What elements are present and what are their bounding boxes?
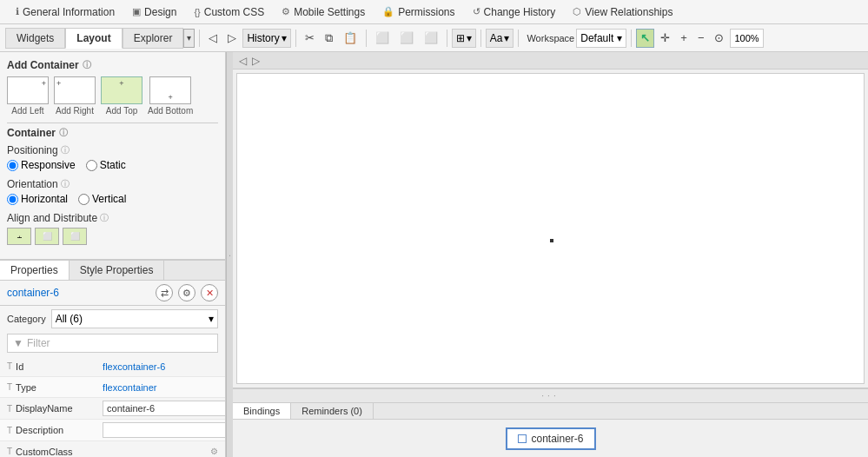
layout-chevron-icon: ▾ <box>467 32 472 44</box>
container-info-icon[interactable]: ⓘ <box>59 127 68 139</box>
sep-2 <box>295 30 296 47</box>
add-bottom-box[interactable]: + <box>149 76 191 104</box>
prop-input-displayname[interactable] <box>103 401 225 416</box>
layout-dropdown[interactable]: ⊞ ▾ <box>452 29 476 48</box>
add-left-btn[interactable]: + Add Left <box>7 76 49 116</box>
tab-widgets[interactable]: Widgets <box>5 28 65 49</box>
props-table: T Id flexcontainer-6 T Type flexcontaine… <box>0 356 225 457</box>
canvas-workspace[interactable] <box>236 73 865 384</box>
add-bottom-btn[interactable]: + Add Bottom <box>148 76 193 116</box>
positioning-info-icon[interactable]: ⓘ <box>61 144 70 156</box>
category-select[interactable]: All (6) ▾ <box>51 309 218 328</box>
filter-row: ▼ Filter <box>0 332 225 356</box>
explorer-dropdown-btn[interactable]: ▾ <box>183 29 195 48</box>
fit-btn[interactable]: ⊙ <box>710 29 728 48</box>
prop-name-displayname: DisplayName <box>16 403 103 414</box>
align-center-btn[interactable]: ⬜ <box>395 29 418 48</box>
prop-type-icon: T <box>7 447 12 456</box>
resize-dots-icon: ··· <box>541 391 559 401</box>
history-icon: ↺ <box>473 6 480 17</box>
lock-icon: 🔒 <box>382 6 394 17</box>
mobile-icon: ⚙ <box>282 6 290 17</box>
sep-4 <box>447 30 447 47</box>
add-top-box[interactable]: + <box>101 76 142 104</box>
vertical-radio[interactable]: Vertical <box>78 193 126 205</box>
relationship-icon: ⬡ <box>573 6 581 17</box>
responsive-radio[interactable]: Responsive <box>7 159 76 171</box>
main-layout: Add Container ⓘ + Add Left + Add Right <box>0 52 868 457</box>
bottom-content: container-6 <box>233 420 868 457</box>
zoom-out-btn[interactable]: − <box>693 29 709 48</box>
prop-name-id: Id <box>16 361 103 372</box>
add-top-btn[interactable]: + Add Top <box>101 76 142 116</box>
left-panel-top: Add Container ⓘ + Add Left + Add Right <box>0 52 225 259</box>
plus-icon: + <box>119 79 123 88</box>
nav-custom-css[interactable]: {} Custom CSS <box>185 6 273 18</box>
nav-change-history[interactable]: ↺ Change History <box>464 6 565 18</box>
pointer-tool-btn[interactable]: ↖ <box>636 29 654 48</box>
static-radio[interactable]: Static <box>86 159 126 171</box>
add-left-box[interactable]: + <box>7 76 49 104</box>
sep-1 <box>199 30 200 47</box>
filter-input[interactable]: ▼ Filter <box>7 334 218 353</box>
canvas-section: ◁ ▷ ··· Bindings Reminders (0) container… <box>233 52 868 457</box>
gear-btn[interactable]: ⚙ <box>178 284 195 301</box>
plus-icon: + <box>168 93 172 102</box>
design-icon: ▣ <box>132 6 141 17</box>
bottom-tab-reminders[interactable]: Reminders (0) <box>291 403 374 419</box>
zoom-in-btn[interactable]: + <box>676 29 692 48</box>
add-right-box[interactable]: + <box>54 76 96 104</box>
canvas-nav-left[interactable]: ◁ <box>236 55 249 67</box>
canvas-nav-bar: ◁ ▷ <box>233 52 868 70</box>
bottom-tabs: Bindings Reminders (0) <box>233 403 868 420</box>
nav-permissions[interactable]: 🔒 Permissions <box>374 6 463 18</box>
canvas-nav-right[interactable]: ▷ <box>249 55 262 67</box>
align-btn-2[interactable]: ⬜ <box>35 228 59 245</box>
positioning-label: Positioning ⓘ <box>7 144 218 156</box>
prop-type-icon: T <box>7 426 12 435</box>
add-right-btn[interactable]: + Add Right <box>54 76 96 116</box>
align-btn-1[interactable]: ⫠ <box>7 228 31 245</box>
category-chevron-icon: ▾ <box>209 313 214 325</box>
prop-type-icon: T <box>7 361 12 371</box>
undo-btn[interactable]: ◁ <box>204 29 222 48</box>
top-nav: ℹ General Information ▣ Design {} Custom… <box>0 0 868 24</box>
align-distribute-info-icon[interactable]: ⓘ <box>100 212 109 224</box>
node-icon <box>517 434 526 443</box>
bottom-resize-handle[interactable]: ··· <box>233 389 868 403</box>
close-btn[interactable]: ✕ <box>201 284 218 301</box>
prop-type-icon: T <box>7 382 12 392</box>
redo-btn[interactable]: ▷ <box>223 29 241 48</box>
nav-design[interactable]: ▣ Design <box>123 6 185 18</box>
nav-mobile-settings[interactable]: ⚙ Mobile Settings <box>273 6 374 18</box>
bottom-tab-bindings[interactable]: Bindings <box>233 403 291 419</box>
cut-btn[interactable]: ✂ <box>301 29 319 48</box>
nav-view-relationships[interactable]: ⬡ View Relationships <box>564 6 681 18</box>
orientation-info-icon[interactable]: ⓘ <box>61 178 70 190</box>
copy-btn[interactable]: ⧉ <box>321 29 337 48</box>
container-section-title: Container ⓘ <box>7 127 218 139</box>
panel-resizer[interactable]: ··· <box>226 52 233 457</box>
prop-row-id: T Id flexcontainer-6 <box>0 356 225 377</box>
history-dropdown[interactable]: History ▾ <box>242 29 290 48</box>
prop-input-description[interactable] <box>103 422 225 438</box>
horizontal-radio[interactable]: Horizontal <box>7 193 68 205</box>
workspace-select[interactable]: Default ▾ <box>576 29 626 48</box>
share-btn[interactable]: ⇄ <box>156 284 173 301</box>
tab-explorer[interactable]: Explorer <box>123 28 184 49</box>
tab-properties[interactable]: Properties <box>0 261 70 280</box>
paste-btn[interactable]: 📋 <box>339 29 361 48</box>
align-right-btn[interactable]: ⬜ <box>420 29 442 48</box>
sep-6 <box>518 30 519 47</box>
customclass-settings-icon[interactable]: ⚙ <box>210 447 218 456</box>
add-container-info-icon[interactable]: ⓘ <box>83 59 91 71</box>
type-dropdown[interactable]: Aa ▾ <box>486 29 514 48</box>
sep-7 <box>631 30 632 47</box>
tab-layout[interactable]: Layout <box>65 28 122 49</box>
align-btn-3[interactable]: ⬜ <box>63 228 87 245</box>
crosshair-btn[interactable]: ✛ <box>656 29 674 48</box>
align-left-btn[interactable]: ⬜ <box>371 29 394 48</box>
plus-icon: + <box>56 79 61 88</box>
nav-general-info[interactable]: ℹ General Information <box>7 6 123 18</box>
tab-style-properties[interactable]: Style Properties <box>70 261 165 280</box>
